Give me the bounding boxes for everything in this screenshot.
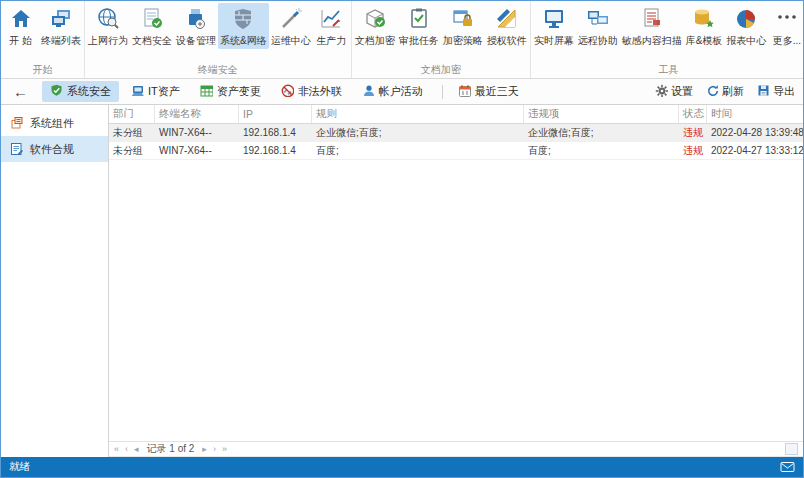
tab-label: 帐户活动 — [379, 84, 423, 99]
export-icon — [757, 84, 770, 99]
table-panel: 部门 终端名称 IP 规则 违规项 状态 时间 未分组 WIN7-X64-- 1… — [109, 105, 803, 457]
ribbon-start-button[interactable]: 开 始 — [2, 3, 39, 49]
pager-next-button[interactable]: ▸ — [202, 445, 207, 454]
ribbon-sensitive-scan-button[interactable]: 敏感内容扫描 — [620, 3, 684, 49]
cell-time: 2022-04-27 13:33:12 — [707, 142, 804, 159]
components-icon — [10, 116, 23, 131]
pager-prev-page-button[interactable]: ‹ — [125, 445, 128, 454]
ribbon-button-label: 运维中心 — [271, 34, 311, 48]
dual-monitor-icon — [584, 5, 612, 33]
ribbon-group-terminal-security: 上网行为 文档安全 设备管理 系统&网络 运维中心 — [85, 1, 352, 78]
ribbon-productivity-button[interactable]: 生产力 — [313, 3, 350, 49]
cell-violation: 企业微信;百度; — [524, 124, 679, 141]
pie-chart-icon — [732, 5, 760, 33]
ribbon-doc-encrypt-button[interactable]: 文档加密 — [353, 3, 397, 49]
column-header-dept[interactable]: 部门 — [109, 105, 155, 123]
table-grid-icon — [200, 84, 213, 99]
ribbon-ops-center-button[interactable]: 运维中心 — [269, 3, 313, 49]
column-header-time[interactable]: 时间 — [707, 105, 803, 123]
table-header: 部门 终端名称 IP 规则 违规项 状态 时间 — [109, 105, 803, 124]
ribbon-button-label: 上网行为 — [88, 34, 128, 48]
ribbon-button-label: 生产力 — [316, 34, 346, 48]
ribbon-button-label: 设备管理 — [176, 34, 216, 48]
cell-dept: 未分组 — [109, 142, 155, 159]
ribbon-button-label: 终端列表 — [41, 34, 81, 48]
status-text: 就绪 — [9, 460, 30, 474]
tab-label: 非法外联 — [298, 84, 342, 99]
ribbon-button-label: 授权软件 — [487, 34, 527, 48]
ribbon-terminal-list-button[interactable]: 终端列表 — [39, 3, 83, 49]
ribbon-group-label: 开始 — [2, 62, 83, 78]
table-row[interactable]: 未分组 WIN7-X64-- 192.168.1.4 百度; 百度; 违规 20… — [109, 142, 803, 160]
ribbon-group-label: 文档加密 — [353, 62, 529, 78]
shield-green-icon — [50, 84, 63, 99]
pager-last-button[interactable]: » — [222, 445, 227, 454]
column-header-rule[interactable]: 规则 — [312, 105, 524, 123]
cell-dept: 未分组 — [109, 124, 155, 141]
cell-time: 2022-04-28 13:39:48 — [707, 124, 804, 141]
ribbon-button-label: 报表中心 — [726, 34, 766, 48]
ribbon-toolbar: 开 始 终端列表 开始 上网行为 文档安全 — [1, 1, 803, 79]
ribbon-realtime-screen-button[interactable]: 实时屏幕 — [532, 3, 576, 49]
ribbon-group-tools: 实时屏幕 远程协助 敏感内容扫描 库&模板 报表中心 — [531, 1, 803, 78]
ribbon-doc-security-button[interactable]: 文档安全 — [130, 3, 174, 49]
sidebar-item-system-components[interactable]: 系统组件 — [1, 110, 108, 136]
ribbon-report-center-button[interactable]: 报表中心 — [724, 3, 768, 49]
cell-terminal: WIN7-X64-- — [155, 124, 239, 141]
sidebar-item-software-compliance[interactable]: 软件合规 — [1, 136, 108, 162]
compliance-doc-icon — [10, 142, 23, 157]
ribbon-system-network-button[interactable]: 系统&网络 — [218, 3, 269, 49]
cell-rule: 百度; — [312, 142, 524, 159]
pager-first-button[interactable]: « — [114, 445, 119, 454]
ribbon-remote-assist-button[interactable]: 远程协助 — [576, 3, 620, 49]
chart-icon — [317, 5, 345, 33]
ribbon-button-label: 文档安全 — [132, 34, 172, 48]
pager-next-page-button[interactable]: › — [213, 445, 216, 454]
pager-corner-button[interactable] — [785, 443, 798, 455]
ribbon-authorized-software-button[interactable]: 授权软件 — [485, 3, 529, 49]
pager-record-text: 记录 1 of 2 — [147, 442, 195, 456]
table-row[interactable]: 未分组 WIN7-X64-- 192.168.1.4 企业微信;百度; 企业微信… — [109, 124, 803, 142]
ribbon-encrypt-policy-button[interactable]: 加密策略 — [441, 3, 485, 49]
scan-document-icon — [638, 5, 666, 33]
date-range-filter[interactable]: 最近三天 — [450, 81, 527, 102]
tab-account-activity[interactable]: 帐户活动 — [354, 81, 431, 102]
column-header-violation[interactable]: 违规项 — [524, 105, 679, 123]
pager-prev-button[interactable]: ◂ — [134, 445, 139, 454]
ribbon-group-label: 工具 — [532, 62, 803, 78]
cell-violation: 百度; — [524, 142, 679, 159]
cell-ip: 192.168.1.4 — [239, 142, 312, 159]
back-button[interactable]: ← — [13, 84, 28, 99]
settings-label: 设置 — [671, 84, 693, 99]
column-header-terminal[interactable]: 终端名称 — [155, 105, 239, 123]
status-badge: 违规 — [679, 124, 707, 141]
status-badge: 违规 — [679, 142, 707, 159]
cube-shield-icon — [361, 5, 389, 33]
ribbon-button-label: 远程协助 — [578, 34, 618, 48]
tab-it-assets[interactable]: IT资产 — [123, 81, 188, 102]
ribbon-approval-tasks-button[interactable]: 审批任务 — [397, 3, 441, 49]
column-header-status[interactable]: 状态 — [679, 105, 707, 123]
ribbon-library-templates-button[interactable]: 库&模板 — [684, 3, 725, 49]
table-empty-area — [109, 160, 803, 441]
tab-label: 资产变更 — [217, 84, 261, 99]
tab-system-security[interactable]: 系统安全 — [42, 81, 119, 102]
tab-asset-changes[interactable]: 资产变更 — [192, 81, 269, 102]
message-envelope-icon[interactable] — [780, 461, 795, 473]
column-header-ip[interactable]: IP — [239, 105, 312, 123]
ribbon-more-button[interactable]: 更多... — [768, 3, 803, 49]
export-button[interactable]: 导出 — [757, 84, 795, 99]
tab-illegal-connection[interactable]: 非法外联 — [273, 81, 350, 102]
ribbon-net-behavior-button[interactable]: 上网行为 — [86, 3, 130, 49]
ellipsis-icon — [773, 5, 801, 33]
laptop-icon — [131, 84, 144, 99]
export-label: 导出 — [773, 84, 795, 99]
ribbon-button-label: 加密策略 — [443, 34, 483, 48]
settings-button[interactable]: 设置 — [655, 84, 693, 99]
ribbon-device-mgmt-button[interactable]: 设备管理 — [174, 3, 218, 49]
globe-search-icon — [94, 5, 122, 33]
toolbar-separator — [442, 85, 443, 99]
cell-ip: 192.168.1.4 — [239, 124, 312, 141]
magic-wand-icon — [277, 5, 305, 33]
refresh-button[interactable]: 刷新 — [706, 84, 744, 99]
